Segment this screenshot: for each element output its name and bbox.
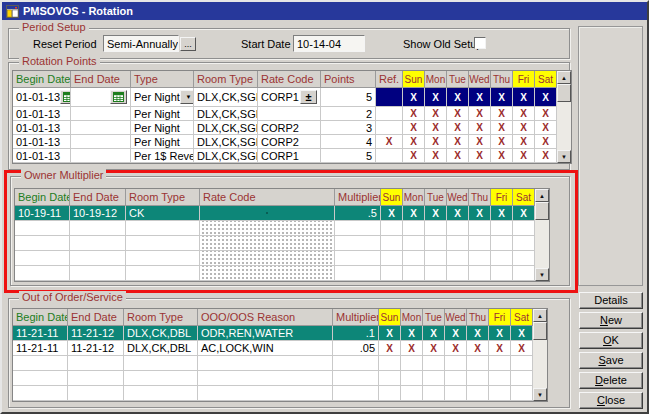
end-date-cell	[71, 121, 131, 135]
type-cell-text: Per 1$ Revenu	[134, 150, 194, 162]
scrollbar-track[interactable]	[535, 220, 549, 268]
reason-cell	[198, 371, 333, 386]
reset-period-field[interactable]: Semi-Annually	[103, 35, 179, 52]
owner-multiplier-scrollbar[interactable]: ▲ ▼	[535, 188, 550, 282]
room-type-cell: DLX,CK,SGK,K(	[194, 135, 258, 149]
x-mark: X	[518, 328, 525, 339]
day-cell: X	[403, 149, 425, 163]
reset-period-ellipsis-button[interactable]: ...	[180, 37, 196, 51]
button-ok[interactable]: OK	[579, 332, 643, 349]
day-cell: X	[513, 121, 535, 135]
points-cell: 5	[321, 149, 376, 163]
rate-code-cell: CORP2	[258, 135, 321, 149]
owner-multiplier-row[interactable]	[15, 221, 535, 236]
day-cell: X	[469, 121, 491, 135]
end-date-cell: 11-21-12	[68, 341, 124, 356]
rate-code-cell[interactable]: CORP1±	[258, 88, 321, 107]
owner-multiplier-row[interactable]: 10-19-1110-19-12CK.5XXXXXXX	[15, 206, 535, 221]
scroll-up-button[interactable]: ▲	[557, 71, 571, 84]
scrollbar-thumb[interactable]	[535, 202, 549, 220]
room-type-cell[interactable]: DLX,CK,SGI±	[194, 88, 258, 107]
out-of-order-service-row[interactable]	[13, 356, 533, 371]
scroll-down-button[interactable]: ▼	[533, 388, 547, 401]
button-details[interactable]: Details	[579, 292, 643, 309]
day-cell: X	[535, 88, 557, 107]
scrollbar-thumb[interactable]	[557, 84, 571, 102]
show-old-setup-checkbox[interactable]	[474, 37, 486, 49]
rotation-points-row[interactable]: 01-01-13Per NightDLX,CK,SGK,K(CORP24XXXX…	[13, 135, 557, 149]
multiplier-cell: .5	[335, 206, 381, 221]
x-mark: X	[496, 343, 503, 354]
scrollbar-track[interactable]	[533, 340, 547, 388]
column-header-sat-text: Sat	[538, 74, 553, 85]
points-cell-text: 4	[366, 136, 372, 148]
button-close[interactable]: Close	[579, 392, 643, 409]
rate-code-cell	[200, 206, 335, 221]
out-of-order-service-row[interactable]: 11-21-1111-21-12DLX,CK,DBLODR,REN,WATER.…	[13, 326, 533, 341]
rotation-points-row[interactable]: 01-01-13Per NightDLX,CK,SGK,K(CORP23XXXX…	[13, 121, 557, 135]
x-mark: X	[432, 136, 439, 147]
out-of-order-service-row[interactable]: 11-21-1111-21-12DLX,CK,DBLAC,LOCK,WIN.05…	[13, 341, 533, 356]
day-cell: X	[381, 206, 403, 221]
begin-date-cell: 01-01-13	[13, 135, 71, 149]
column-header-tue: Tue	[425, 189, 447, 206]
day-cell: X	[447, 135, 469, 149]
day-cell: X	[445, 326, 467, 341]
x-mark: X	[432, 108, 439, 119]
x-mark: X	[454, 92, 461, 103]
day-cell: X	[379, 326, 401, 341]
day-cell	[401, 386, 423, 401]
multiplier-cell-text: .05	[360, 342, 375, 354]
owner-multiplier-row[interactable]	[15, 266, 535, 281]
out-of-order-service-scrollbar[interactable]: ▲ ▼	[533, 308, 548, 402]
day-cell: X	[447, 121, 469, 135]
day-cell	[513, 266, 535, 281]
begin-date-cell-text: 10-19-11	[18, 207, 61, 219]
end-date-cell: 11-21-12	[68, 326, 124, 341]
x-mark: X	[430, 343, 437, 354]
x-mark: X	[498, 92, 505, 103]
x-mark: X	[410, 92, 417, 103]
scroll-up-button[interactable]: ▲	[533, 309, 547, 322]
scrollbar-track[interactable]	[557, 102, 571, 150]
out-of-order-service-row[interactable]	[13, 371, 533, 386]
column-header-ref-: Ref.	[376, 71, 403, 88]
button-save[interactable]: Save	[579, 352, 643, 369]
end-date-cell[interactable]	[71, 88, 131, 107]
rotation-points-row[interactable]: 01-01-13Per Night▼DLX,CK,SGI±CORP1±5XXXX…	[13, 88, 557, 107]
scrollbar-thumb[interactable]	[533, 322, 547, 340]
day-cell	[511, 386, 533, 401]
scroll-up-icon: ▲	[561, 75, 567, 81]
multiplier-cell	[335, 266, 381, 281]
column-header-ooo-oos-reason: OOO/OOS Reason	[198, 309, 333, 326]
begin-date-cell[interactable]: 01-01-13	[13, 88, 71, 107]
rate-code-lov-button[interactable]: ±	[300, 90, 317, 104]
day-cell: X	[403, 121, 425, 135]
type-cell: Per Night	[131, 107, 194, 121]
day-cell	[489, 371, 511, 386]
scroll-down-button[interactable]: ▼	[535, 268, 549, 281]
scroll-up-button[interactable]: ▲	[535, 189, 549, 202]
begin-date-cell-text: 01-01-13	[16, 91, 60, 103]
button-new[interactable]: New	[579, 312, 643, 329]
day-cell	[401, 371, 423, 386]
calendar-button[interactable]	[60, 90, 71, 104]
scroll-down-button[interactable]: ▼	[557, 150, 571, 163]
owner-multiplier-row[interactable]	[15, 236, 535, 251]
room-type-cell: DLX,CK,SGK,K(	[194, 107, 258, 121]
type-cell[interactable]: Per Night▼	[131, 88, 194, 107]
day-cell: X	[425, 149, 447, 163]
day-cell: X	[445, 341, 467, 356]
button-delete[interactable]: Delete	[579, 372, 643, 389]
owner-multiplier-row[interactable]	[15, 251, 535, 266]
type-dropdown-button[interactable]: ▼	[180, 90, 194, 104]
rotation-points-row[interactable]: 01-01-13Per 1$ RevenuDLX,CK,SGK,K(CORP15…	[13, 149, 557, 163]
reason-cell	[198, 356, 333, 371]
start-date-field[interactable]: 10-14-04	[293, 35, 365, 52]
rotation-points-scrollbar[interactable]: ▲ ▼	[557, 70, 572, 164]
out-of-order-service-row[interactable]	[13, 386, 533, 401]
column-header-multiplier-text: Multiplier	[338, 191, 381, 203]
end-date-cell	[68, 356, 124, 371]
calendar-button[interactable]	[110, 90, 127, 104]
rotation-points-row[interactable]: 01-01-13Per NightDLX,CK,SGK,K(2XXXXXXX	[13, 107, 557, 121]
